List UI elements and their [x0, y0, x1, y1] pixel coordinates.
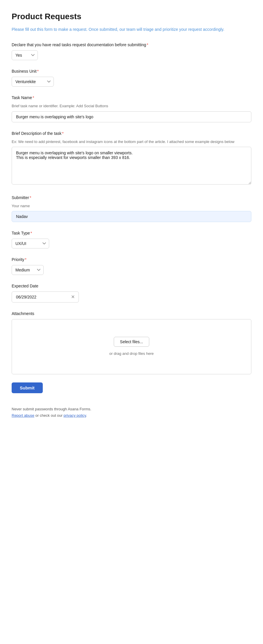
- submit-button[interactable]: Submit: [12, 382, 43, 393]
- select-files-button[interactable]: Select files...: [114, 337, 149, 347]
- business-unit-label: Business Unit*: [12, 68, 251, 74]
- business-unit-required: *: [37, 69, 39, 74]
- page-title: Product Requests: [12, 10, 251, 23]
- task-name-hint: Brief task name or identifier. Example: …: [12, 103, 251, 109]
- task-type-required: *: [31, 231, 32, 235]
- submitter-section: Submitter* Your name: [12, 195, 251, 222]
- privacy-policy-link[interactable]: privacy policy: [64, 413, 86, 418]
- task-type-select[interactable]: UX/UI Development Design Other: [12, 239, 49, 248]
- submitter-hint: Your name: [12, 203, 251, 209]
- report-abuse-link[interactable]: Report abuse: [12, 413, 34, 418]
- submitter-required: *: [30, 195, 31, 200]
- brief-description-section: Brief Description of the task* Ex: We ne…: [12, 130, 251, 187]
- task-name-label: Task Name*: [12, 95, 251, 101]
- task-name-section: Task Name* Brief task name or identifier…: [12, 95, 251, 122]
- priority-required: *: [25, 257, 26, 262]
- task-type-label: Task Type*: [12, 230, 251, 236]
- footer-links: Report abuse or check out our privacy po…: [12, 412, 251, 419]
- brief-description-hint: Ex: We need to add pinterest, facebook a…: [12, 139, 251, 145]
- task-name-required: *: [33, 95, 34, 100]
- expected-date-input[interactable]: [12, 291, 79, 303]
- business-unit-select[interactable]: Venturekite Other: [12, 77, 54, 87]
- priority-label: Priority*: [12, 257, 251, 263]
- read-docs-label: Declare that you have read tasks request…: [12, 42, 251, 48]
- task-type-section: Task Type* UX/UI Development Design Othe…: [12, 230, 251, 248]
- attachments-section: Attachments Select files... or drag and …: [12, 311, 251, 374]
- attachments-label: Attachments: [12, 311, 251, 317]
- footer: Never submit passwords through Asana For…: [12, 406, 251, 419]
- brief-description-required: *: [62, 131, 63, 136]
- read-docs-required: *: [147, 42, 148, 47]
- date-clear-button[interactable]: ✕: [70, 294, 76, 300]
- task-name-input[interactable]: [12, 111, 251, 122]
- submitter-input[interactable]: [12, 211, 251, 222]
- page-container: Product Requests Please fill out this fo…: [0, 0, 263, 436]
- priority-select[interactable]: Low Medium High Critical: [12, 265, 44, 275]
- expected-date-label: Expected Date: [12, 283, 251, 289]
- read-docs-section: Declare that you have read tasks request…: [12, 42, 251, 60]
- expected-date-section: Expected Date ✕: [12, 283, 251, 303]
- submitter-label: Submitter*: [12, 195, 251, 201]
- footer-warning: Never submit passwords through Asana For…: [12, 406, 251, 412]
- read-docs-select[interactable]: Yes No: [12, 50, 38, 60]
- brief-description-textarea[interactable]: Burger menu is overlapping with site's l…: [12, 147, 251, 185]
- date-wrapper: ✕: [12, 291, 79, 303]
- priority-section: Priority* Low Medium High Critical: [12, 257, 251, 275]
- drag-drop-text: or drag and drop files here: [109, 351, 154, 357]
- attachments-dropzone[interactable]: Select files... or drag and drop files h…: [12, 319, 251, 374]
- business-unit-section: Business Unit* Venturekite Other: [12, 68, 251, 87]
- submit-section: Submit: [12, 382, 251, 398]
- page-subtitle: Please fill out this form to make a requ…: [12, 26, 251, 33]
- brief-description-label: Brief Description of the task*: [12, 130, 251, 137]
